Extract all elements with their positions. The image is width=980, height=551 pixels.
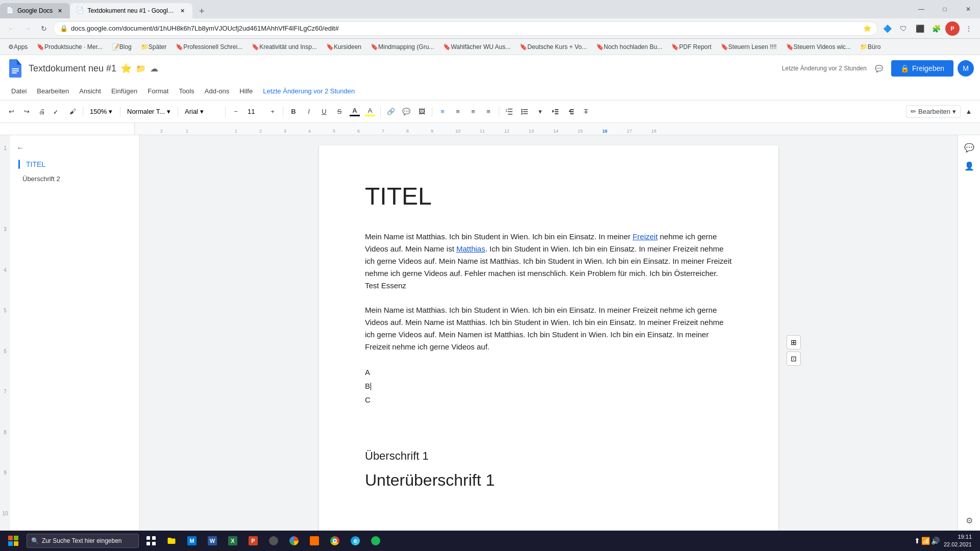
extension-btn-2[interactable]: 🛡 <box>896 21 911 36</box>
sidebar-item-uberschrift2[interactable]: Überschrift 2 <box>10 172 139 186</box>
highlight-color-button[interactable]: A <box>363 105 377 119</box>
underline-button[interactable]: U <box>317 105 331 119</box>
taskbar-chrome[interactable] <box>325 532 345 550</box>
back-button[interactable]: ← <box>4 21 18 36</box>
taskbar-file-explorer[interactable] <box>161 532 182 550</box>
bookmark-kreativitat[interactable]: 🔖 Kreativität und Insp... <box>248 41 321 53</box>
font-dropdown[interactable]: Arial ▾ <box>181 106 222 117</box>
extension-btn-1[interactable]: 🔷 <box>880 21 894 36</box>
insert-link-button[interactable]: 🔗 <box>384 105 398 119</box>
taskbar-word[interactable]: W <box>202 532 223 550</box>
tab-google-docs[interactable]: 📄 Google Docs ✕ <box>0 3 70 18</box>
extension-btn-3[interactable]: ⬛ <box>913 21 927 36</box>
bookmark-deutsche[interactable]: 🔖 Deutsche Kurs + Vo... <box>516 41 591 53</box>
paragraph-2[interactable]: Mein Name ist Matthias. Ich bin Student … <box>365 304 732 353</box>
menu-datei[interactable]: Datei <box>6 84 32 98</box>
font-size-increase[interactable]: + <box>265 105 280 119</box>
freizeit-link[interactable]: Freizeit <box>632 232 657 241</box>
document-title[interactable]: TITEL <box>365 182 732 210</box>
tab-textdokument[interactable]: 📄 Textdokument neu #1 - Google ... ✕ <box>70 3 192 18</box>
user-avatar[interactable]: M <box>958 60 974 77</box>
side-add-button[interactable]: ⊞ <box>787 335 801 349</box>
undo-button[interactable]: ↩ <box>4 105 18 119</box>
insert-comment-button[interactable]: 💬 <box>399 105 413 119</box>
url-star-icon[interactable]: ⭐ <box>863 24 871 32</box>
extensions-btn[interactable]: 🧩 <box>929 21 943 36</box>
strikethrough-button[interactable]: S <box>332 105 347 119</box>
reload-button[interactable]: ↻ <box>37 21 51 36</box>
minimize-button[interactable]: — <box>910 0 933 18</box>
bookmark-blog[interactable]: 📝 Blog <box>108 41 136 53</box>
document-page[interactable]: TITEL Mein Name ist Matthias. Ich bin St… <box>319 145 778 551</box>
list-options-button[interactable]: ▾ <box>533 105 547 119</box>
list-item-b[interactable]: B <box>365 379 732 393</box>
show-desktop-button[interactable] <box>974 532 978 550</box>
forward-button[interactable]: → <box>20 21 35 36</box>
tray-icon-2[interactable]: 📶 <box>921 537 930 545</box>
taskbar-clock[interactable]: 19:11 22.02.2021 <box>944 533 974 549</box>
decrease-indent-button[interactable] <box>548 105 562 119</box>
side-expand-button[interactable]: ⊡ <box>787 352 801 366</box>
last-saved-link[interactable]: Letzte Änderung vor 2 Stunden <box>258 84 360 98</box>
docs-title[interactable]: Textdokument neu #1 <box>29 63 116 74</box>
menu-format[interactable]: Format <box>142 84 174 98</box>
bookmark-pdf[interactable]: 🔖 PDF Report <box>667 41 715 53</box>
menu-einfugen[interactable]: Einfügen <box>106 84 142 98</box>
align-center-button[interactable]: ≡ <box>451 105 465 119</box>
bullet-list-button[interactable] <box>518 105 532 119</box>
taskbar-excel[interactable]: X <box>223 532 243 550</box>
bookmark-kursideen[interactable]: 🔖 Kursideen <box>322 41 365 53</box>
style-dropdown[interactable]: Normaler T... ▾ <box>124 106 175 117</box>
list-item-a[interactable]: A <box>365 365 732 379</box>
sidebar-item-titel[interactable]: TITEL <box>10 157 139 172</box>
new-tab-button[interactable]: + <box>194 4 209 18</box>
expand-toolbar-button[interactable]: ▲ <box>962 105 976 119</box>
align-right-button[interactable]: ≡ <box>466 105 480 119</box>
browser-menu-btn[interactable]: ⋮ <box>962 21 976 36</box>
tab-close-1[interactable]: ✕ <box>56 7 64 15</box>
bookmark-apps[interactable]: ⚙ Apps <box>4 41 32 53</box>
bookmark-mindmapping[interactable]: 🔖 Mindmapping (Gru... <box>366 41 438 53</box>
tray-icon-3[interactable]: 🔊 <box>931 537 940 545</box>
edit-mode-button[interactable]: ✏ Bearbeiten ▾ <box>906 105 961 118</box>
spellcheck-button[interactable]: ✓ <box>50 105 64 119</box>
insert-image-button[interactable]: 🖼 <box>414 105 429 119</box>
bookmark-buro[interactable]: 📁 Büro <box>856 41 885 53</box>
star-icon[interactable]: ⭐ <box>120 63 132 74</box>
matthias-link[interactable]: Matthias <box>456 244 485 253</box>
comment-toolbar-btn[interactable]: 💬 <box>871 60 887 77</box>
menu-bearbeiten[interactable]: Bearbeiten <box>32 84 74 98</box>
paint-format-button[interactable]: 🖌 <box>65 105 80 119</box>
italic-button[interactable]: I <box>302 105 316 119</box>
menu-hilfe[interactable]: Hilfe <box>234 84 258 98</box>
cloud-icon[interactable]: ☁ <box>150 64 158 73</box>
heading-1[interactable]: Überschrift 1 <box>365 449 732 463</box>
right-panel-settings-btn[interactable]: ⚙ <box>961 512 977 529</box>
text-color-button[interactable]: A <box>348 105 362 119</box>
taskbar-task-view[interactable] <box>141 532 161 550</box>
zoom-dropdown[interactable]: 150% ▾ <box>86 106 117 117</box>
bookmark-produktsuche[interactable]: 🔖 Produktsuche · Mer... <box>33 41 106 53</box>
menu-addons[interactable]: Add-ons <box>200 84 234 98</box>
font-size-decrease[interactable]: − <box>229 105 243 119</box>
bookmark-steuern1[interactable]: 🔖 Steuern Lesen !!!! <box>717 41 781 53</box>
print-button[interactable]: 🖨 <box>35 105 49 119</box>
profile-pause-btn[interactable]: P <box>945 21 960 36</box>
taskbar-app-5[interactable] <box>365 532 386 550</box>
taskbar-edge[interactable]: e <box>345 532 365 550</box>
bookmark-steuern2[interactable]: 🔖 Steuern Videos wic... <box>782 41 855 53</box>
taskbar-powerpoint[interactable]: P <box>243 532 263 550</box>
taskbar-search[interactable]: 🔍 Zur Suche Text hier eingeben <box>27 534 139 548</box>
comments-panel-btn[interactable]: 💬 <box>961 139 977 156</box>
taskbar-app-4[interactable] <box>304 532 325 550</box>
font-size-dropdown[interactable]: 11 <box>244 106 264 117</box>
align-left-button[interactable]: ≡ <box>435 105 450 119</box>
redo-button[interactable]: ↪ <box>19 105 34 119</box>
taskbar-app-2[interactable] <box>263 532 284 550</box>
close-button[interactable]: ✕ <box>957 0 980 18</box>
start-button[interactable] <box>2 532 24 550</box>
menu-ansicht[interactable]: Ansicht <box>74 84 106 98</box>
heading-2[interactable]: Unterüberschrift 1 <box>365 471 732 490</box>
align-justify-button[interactable]: ≡ <box>481 105 496 119</box>
taskbar-app-3[interactable] <box>284 532 304 550</box>
